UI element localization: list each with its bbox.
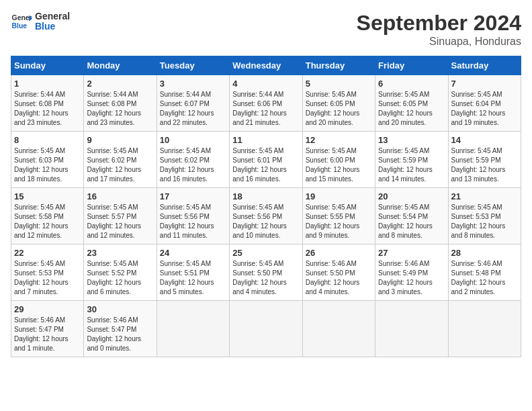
calendar-week-row: 1Sunrise: 5:44 AMSunset: 6:08 PMDaylight… [11,75,521,132]
calendar-cell: 5Sunrise: 5:45 AMSunset: 6:05 PMDaylight… [302,75,375,132]
day-info: Sunrise: 5:46 AMSunset: 5:49 PMDaylight:… [378,259,445,297]
day-number: 20 [378,191,445,201]
header-friday: Friday [375,56,448,75]
calendar-cell [230,301,302,357]
day-info: Sunrise: 5:46 AMSunset: 5:47 PMDaylight:… [87,316,153,353]
calendar-cell: 23Sunrise: 5:45 AMSunset: 5:52 PMDayligh… [84,244,157,301]
calendar-cell: 3Sunrise: 5:44 AMSunset: 6:07 PMDaylight… [157,75,229,132]
day-number: 10 [160,135,226,145]
calendar-body: 1Sunrise: 5:44 AMSunset: 6:08 PMDaylight… [11,75,521,357]
calendar-cell: 19Sunrise: 5:45 AMSunset: 5:55 PMDayligh… [302,188,375,244]
day-info: Sunrise: 5:46 AMSunset: 5:47 PMDaylight:… [14,316,81,353]
day-info: Sunrise: 5:44 AMSunset: 6:06 PMDaylight:… [232,90,299,128]
calendar-cell: 27Sunrise: 5:46 AMSunset: 5:49 PMDayligh… [375,244,448,301]
day-info: Sunrise: 5:45 AMSunset: 5:56 PMDaylight:… [160,203,226,240]
title-area: September 2024 Sinuapa, Honduras [357,11,521,48]
calendar-cell: 14Sunrise: 5:45 AMSunset: 5:59 PMDayligh… [448,132,521,188]
svg-text:Blue: Blue [12,22,28,30]
day-number: 27 [378,248,445,258]
calendar-cell [448,301,521,357]
day-number: 22 [14,248,81,258]
day-info: Sunrise: 5:44 AMSunset: 6:08 PMDaylight:… [14,90,81,128]
day-number: 15 [14,191,81,201]
calendar-cell: 13Sunrise: 5:45 AMSunset: 5:59 PMDayligh… [375,132,448,188]
header-sunday: Sunday [11,56,84,75]
day-info: Sunrise: 5:45 AMSunset: 5:56 PMDaylight:… [232,203,299,240]
day-info: Sunrise: 5:45 AMSunset: 6:02 PMDaylight:… [87,146,153,184]
day-number: 5 [306,79,372,89]
calendar-cell: 2Sunrise: 5:44 AMSunset: 6:08 PMDaylight… [84,75,157,132]
day-number: 18 [232,191,299,201]
day-info: Sunrise: 5:45 AMSunset: 6:00 PMDaylight:… [306,146,372,184]
calendar-cell: 29Sunrise: 5:46 AMSunset: 5:47 PMDayligh… [11,301,84,357]
day-number: 2 [87,79,153,89]
day-number: 7 [451,79,518,89]
calendar-cell: 30Sunrise: 5:46 AMSunset: 5:47 PMDayligh… [84,301,157,357]
day-info: Sunrise: 5:46 AMSunset: 5:48 PMDaylight:… [451,259,518,297]
day-info: Sunrise: 5:45 AMSunset: 5:52 PMDaylight:… [87,259,153,297]
calendar-week-row: 8Sunrise: 5:45 AMSunset: 6:03 PMDaylight… [11,132,521,188]
day-info: Sunrise: 5:45 AMSunset: 6:04 PMDaylight:… [451,90,518,128]
header-wednesday: Wednesday [230,56,302,75]
calendar-cell [157,301,229,357]
day-number: 17 [160,191,226,201]
calendar-cell: 26Sunrise: 5:46 AMSunset: 5:50 PMDayligh… [302,244,375,301]
calendar-cell: 8Sunrise: 5:45 AMSunset: 6:03 PMDaylight… [11,132,84,188]
header-monday: Monday [84,56,157,75]
calendar-week-row: 29Sunrise: 5:46 AMSunset: 5:47 PMDayligh… [11,301,521,357]
day-number: 1 [14,79,81,89]
day-info: Sunrise: 5:45 AMSunset: 5:54 PMDaylight:… [378,203,445,240]
calendar-cell: 10Sunrise: 5:45 AMSunset: 6:02 PMDayligh… [157,132,229,188]
day-number: 11 [232,135,299,145]
day-number: 30 [87,304,153,314]
day-info: Sunrise: 5:45 AMSunset: 6:02 PMDaylight:… [160,146,226,184]
day-info: Sunrise: 5:45 AMSunset: 5:50 PMDaylight:… [232,259,299,297]
day-number: 26 [306,248,372,258]
calendar-cell: 17Sunrise: 5:45 AMSunset: 5:56 PMDayligh… [157,188,229,244]
calendar-cell: 16Sunrise: 5:45 AMSunset: 5:57 PMDayligh… [84,188,157,244]
day-info: Sunrise: 5:45 AMSunset: 6:03 PMDaylight:… [14,146,81,184]
calendar-cell: 6Sunrise: 5:45 AMSunset: 6:05 PMDaylight… [375,75,448,132]
calendar-cell: 25Sunrise: 5:45 AMSunset: 5:50 PMDayligh… [230,244,302,301]
logo-line1: General [35,11,70,21]
day-info: Sunrise: 5:45 AMSunset: 5:59 PMDaylight:… [451,146,518,184]
page-header: General Blue General Blue September 2024… [11,11,521,48]
day-info: Sunrise: 5:45 AMSunset: 5:53 PMDaylight:… [451,203,518,240]
day-info: Sunrise: 5:46 AMSunset: 5:50 PMDaylight:… [306,259,372,297]
day-info: Sunrise: 5:45 AMSunset: 5:59 PMDaylight:… [378,146,445,184]
day-number: 28 [451,248,518,258]
day-number: 12 [306,135,372,145]
day-info: Sunrise: 5:45 AMSunset: 5:53 PMDaylight:… [14,259,81,297]
day-number: 14 [451,135,518,145]
day-number: 23 [87,248,153,258]
calendar-cell: 12Sunrise: 5:45 AMSunset: 6:00 PMDayligh… [302,132,375,188]
header-saturday: Saturday [448,56,521,75]
calendar-cell: 4Sunrise: 5:44 AMSunset: 6:06 PMDaylight… [230,75,302,132]
month-title: September 2024 [357,11,521,36]
calendar-cell: 28Sunrise: 5:46 AMSunset: 5:48 PMDayligh… [448,244,521,301]
day-info: Sunrise: 5:45 AMSunset: 5:58 PMDaylight:… [14,203,81,240]
day-info: Sunrise: 5:45 AMSunset: 5:55 PMDaylight:… [306,203,372,240]
day-number: 19 [306,191,372,201]
calendar-cell: 15Sunrise: 5:45 AMSunset: 5:58 PMDayligh… [11,188,84,244]
day-info: Sunrise: 5:45 AMSunset: 5:51 PMDaylight:… [160,259,226,297]
day-number: 6 [378,79,445,89]
day-number: 29 [14,304,81,314]
calendar-cell: 7Sunrise: 5:45 AMSunset: 6:04 PMDaylight… [448,75,521,132]
calendar-cell: 22Sunrise: 5:45 AMSunset: 5:53 PMDayligh… [11,244,84,301]
day-number: 16 [87,191,153,201]
calendar-cell: 20Sunrise: 5:45 AMSunset: 5:54 PMDayligh… [375,188,448,244]
calendar-cell: 1Sunrise: 5:44 AMSunset: 6:08 PMDaylight… [11,75,84,132]
calendar-cell [302,301,375,357]
day-number: 25 [232,248,299,258]
calendar-week-row: 15Sunrise: 5:45 AMSunset: 5:58 PMDayligh… [11,188,521,244]
day-info: Sunrise: 5:45 AMSunset: 6:01 PMDaylight:… [232,146,299,184]
calendar-week-row: 22Sunrise: 5:45 AMSunset: 5:53 PMDayligh… [11,244,521,301]
day-number: 24 [160,248,226,258]
calendar-cell: 18Sunrise: 5:45 AMSunset: 5:56 PMDayligh… [230,188,302,244]
day-number: 3 [160,79,226,89]
day-info: Sunrise: 5:44 AMSunset: 6:08 PMDaylight:… [87,90,153,128]
calendar-cell: 9Sunrise: 5:45 AMSunset: 6:02 PMDaylight… [84,132,157,188]
day-info: Sunrise: 5:45 AMSunset: 6:05 PMDaylight:… [378,90,445,128]
calendar-table: SundayMondayTuesdayWednesdayThursdayFrid… [11,56,521,357]
